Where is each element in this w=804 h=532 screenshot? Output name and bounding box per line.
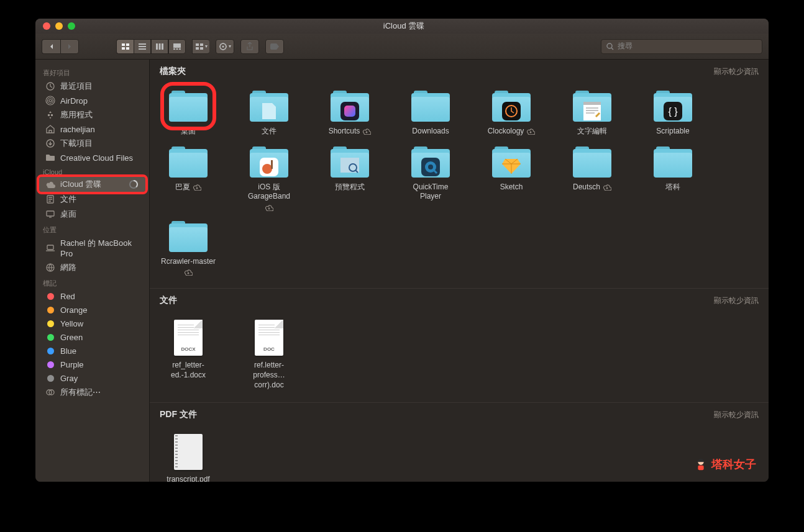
file-item[interactable]: Downloads — [402, 81, 459, 137]
close-window-button[interactable] — [43, 22, 50, 30]
sidebar-item-label: Rachel 的 MacBook Pro — [60, 238, 142, 258]
item-name: 巴夏 — [175, 183, 201, 192]
file-item[interactable]: 塔科 — [644, 137, 701, 211]
show-less-button[interactable]: 顯示較少資訊 — [714, 295, 759, 306]
file-item[interactable]: DOCref.letter-profess…corr).doc — [240, 310, 298, 390]
sidebar-item[interactable]: Gray — [35, 371, 149, 385]
file-item[interactable]: Deutsch — [564, 137, 621, 211]
clock-icon — [45, 81, 55, 91]
sidebar-item-label: Gray — [60, 374, 78, 383]
svg-rect-2 — [122, 47, 125, 50]
tag-icon — [45, 346, 55, 356]
file-item[interactable]: 預覽程式 — [321, 137, 378, 211]
cloud-download-icon — [184, 269, 193, 276]
sidebar-item[interactable]: AirDrop — [35, 94, 149, 107]
back-button[interactable] — [42, 39, 60, 54]
documents-section: 文件 顯示較少資訊 DOCXref_letter-ed.-1.docxDOCre… — [150, 289, 769, 403]
item-name: 文字編輯 — [577, 127, 607, 137]
svg-rect-7 — [156, 43, 158, 50]
file-item[interactable]: Clockology — [483, 81, 540, 137]
folder-icon — [573, 91, 611, 122]
folder-icon — [411, 91, 450, 122]
list-view-button[interactable] — [134, 39, 151, 54]
show-less-button[interactable]: 顯示較少資訊 — [714, 66, 759, 77]
svg-rect-43 — [271, 160, 273, 169]
file-item[interactable]: QuickTime Player — [402, 137, 459, 211]
view-mode-segment — [116, 39, 186, 54]
sidebar-item[interactable]: 應用程式 — [35, 107, 149, 122]
sidebar-item[interactable]: Red — [35, 289, 149, 303]
sidebar-item[interactable]: Green — [35, 330, 149, 344]
file-item[interactable]: 桌面 — [160, 81, 217, 137]
sidebar-item[interactable]: 最近項目 — [35, 79, 149, 94]
sidebar-item-label: 文件 — [60, 194, 76, 205]
svg-rect-14 — [196, 43, 199, 46]
svg-text:{ }: { } — [668, 106, 678, 117]
search-field[interactable]: 搜尋 — [601, 39, 762, 54]
minimize-window-button[interactable] — [55, 22, 63, 30]
forward-button[interactable] — [60, 39, 79, 54]
item-name: Deutsch — [573, 183, 611, 192]
svg-rect-12 — [176, 48, 178, 50]
file-item[interactable]: 文字編輯 — [564, 81, 621, 137]
pdf-icon — [174, 434, 203, 470]
sidebar-item[interactable]: 網路 — [35, 260, 149, 275]
show-less-button[interactable]: 顯示較少資訊 — [714, 410, 759, 420]
svg-rect-1 — [126, 43, 129, 46]
sidebar-icloud-header: iCloud — [35, 165, 149, 177]
action-menu-button[interactable]: ▾ — [216, 39, 234, 54]
icon-view-button[interactable] — [116, 39, 134, 54]
gallery-view-button[interactable] — [168, 39, 186, 54]
sidebar: 喜好項目 最近項目AirDrop應用程式racheljian下載項目Creati… — [35, 60, 150, 482]
svg-point-19 — [222, 45, 224, 47]
file-item[interactable]: 巴夏 — [160, 137, 217, 211]
file-item[interactable]: iOS 版 GarageBand — [240, 137, 298, 211]
column-view-button[interactable] — [151, 39, 168, 54]
file-item[interactable]: Sketch — [483, 137, 540, 211]
file-item[interactable]: 文件 — [240, 81, 298, 137]
search-icon — [606, 43, 614, 50]
file-item[interactable]: transcript.pdf — [160, 424, 217, 482]
sidebar-item[interactable]: Orange — [35, 303, 149, 317]
sidebar-item[interactable]: 下載項目 — [35, 136, 149, 151]
item-name: Clockology — [488, 127, 536, 137]
sidebar-item[interactable]: Yellow — [35, 317, 149, 330]
svg-rect-11 — [173, 48, 175, 50]
folder-icon — [654, 147, 692, 178]
home-icon — [45, 124, 55, 134]
desktop-icon — [45, 209, 55, 219]
sidebar-item[interactable]: 桌面 — [35, 207, 149, 222]
sidebar-item[interactable]: Rachel 的 MacBook Pro — [35, 236, 149, 260]
share-button[interactable] — [240, 39, 259, 54]
item-name: QuickTime Player — [402, 183, 459, 202]
arrange-button[interactable]: ▾ — [192, 39, 209, 54]
sidebar-item[interactable]: 文件 — [35, 192, 149, 207]
svg-point-42 — [262, 164, 272, 174]
svg-point-22 — [49, 99, 52, 102]
folder-icon — [45, 153, 55, 163]
sidebar-item[interactable]: Purple — [35, 358, 149, 371]
file-item[interactable]: { }Scriptable — [644, 81, 701, 137]
sidebar-favorites-header: 喜好項目 — [35, 65, 149, 79]
file-item[interactable]: DOCXref_letter-ed.-1.docx — [160, 310, 217, 390]
cloud-download-icon — [193, 184, 201, 191]
file-item[interactable]: Rcrawler-master — [160, 211, 217, 276]
document-icon: DOCX — [174, 320, 203, 356]
sidebar-item-label: 下載項目 — [60, 138, 93, 149]
sidebar-item[interactable]: Creative Cloud Files — [35, 151, 149, 165]
svg-rect-0 — [122, 43, 125, 46]
tag-icon — [45, 305, 55, 315]
tag-button[interactable] — [265, 39, 284, 54]
sidebar-item[interactable]: racheljian — [35, 122, 149, 136]
sidebar-item[interactable]: Blue — [35, 344, 149, 358]
zoom-window-button[interactable] — [68, 22, 75, 30]
sidebar-item-label: iCloud 雲碟 — [60, 179, 101, 190]
folder-icon — [169, 221, 208, 252]
section-title: 檔案夾 — [160, 66, 186, 77]
sidebar-item[interactable]: iCloud 雲碟 — [39, 177, 145, 192]
svg-rect-34 — [344, 106, 355, 117]
sidebar-all-tags[interactable]: 所有標記⋯ — [35, 385, 149, 400]
folder-icon — [492, 147, 531, 178]
item-name: Shortcuts — [329, 127, 372, 137]
file-item[interactable]: Shortcuts — [321, 81, 378, 137]
